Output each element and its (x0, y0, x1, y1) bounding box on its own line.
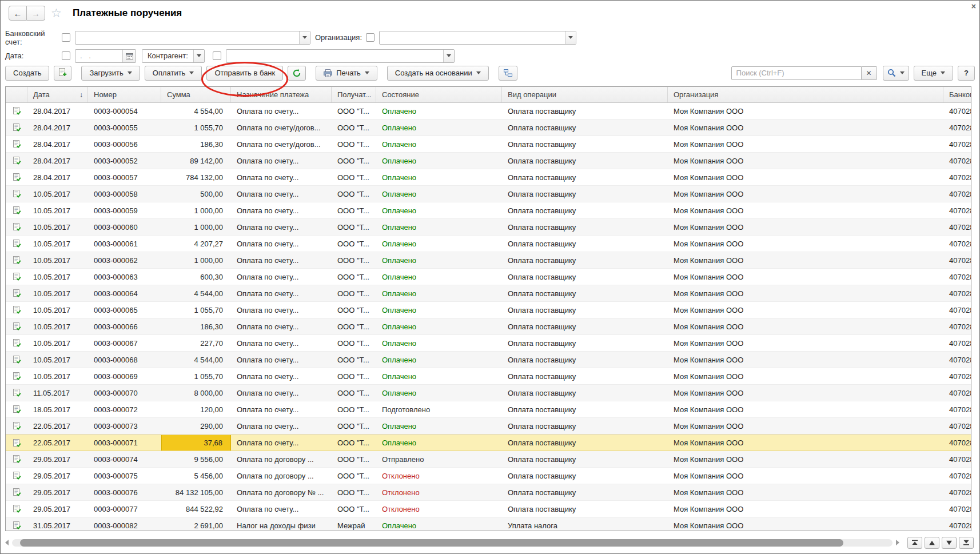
send-to-bank-button[interactable]: Отправить в банк (206, 66, 283, 81)
favorite-star-icon[interactable]: ☆ (51, 6, 62, 20)
cell-status: Оплачено (376, 136, 502, 152)
table-row[interactable]: 31.05.2017 0003-000082 2 691,00 Налог на… (6, 517, 971, 531)
table-row[interactable]: 29.05.2017 0003-000076 84 132 105,00 Опл… (6, 484, 971, 501)
cell-purpose: Оплата по договору ... (231, 468, 332, 484)
table-row[interactable]: 28.04.2017 0003-000056 186,30 Оплата по … (6, 136, 971, 153)
search-input[interactable] (731, 66, 862, 80)
bank-account-dropdown-icon[interactable] (299, 31, 310, 44)
organization-checkbox[interactable] (366, 33, 375, 42)
cell-purpose: Оплата по счету... (231, 285, 332, 301)
bank-account-input[interactable] (75, 31, 310, 45)
table-row[interactable]: 10.05.2017 0003-000066 186,30 Оплата по … (6, 318, 971, 335)
create-based-on-button[interactable]: Создать на основании (387, 66, 489, 81)
table-row[interactable]: 10.05.2017 0003-000059 1 000,00 Оплата п… (6, 202, 971, 219)
table-body: 28.04.2017 0003-000054 4 554,00 Оплата п… (6, 103, 971, 531)
pay-button[interactable]: Оплатить (145, 66, 202, 81)
cell-status: Оплачено (376, 335, 502, 351)
counterparty-dropdown-icon[interactable] (443, 50, 454, 62)
scroll-right-icon[interactable] (896, 540, 899, 545)
print-button[interactable]: Печать (316, 66, 377, 81)
table-row[interactable]: 29.05.2017 0003-000074 9 556,00 Оплата п… (6, 451, 971, 468)
cell-purpose: Оплата по договору № ... (231, 484, 332, 500)
date-input[interactable]: . . (75, 49, 136, 63)
table-row[interactable]: 10.05.2017 0003-000060 1 000,00 Оплата п… (6, 219, 971, 236)
sort-descending-icon: ↓ (79, 91, 83, 99)
row-up-button[interactable] (925, 537, 939, 549)
bank-account-checkbox[interactable] (62, 33, 70, 42)
table-row[interactable]: 10.05.2017 0003-000067 227,70 Оплата по … (6, 335, 971, 352)
back-button[interactable]: ← (9, 6, 27, 21)
table-row[interactable]: 29.05.2017 0003-000075 5 456,00 Оплата п… (6, 468, 971, 484)
cell-operation: Оплата поставщику (502, 186, 668, 202)
organization-input[interactable] (379, 31, 576, 45)
forward-button[interactable]: → (27, 6, 45, 21)
go-to-bottom-button[interactable] (959, 537, 974, 549)
related-documents-button[interactable] (499, 66, 517, 81)
column-header-date[interactable]: Дата↓ (27, 87, 88, 102)
table-row[interactable]: 18.05.2017 0003-000072 120,00 Оплата по … (6, 401, 971, 418)
column-header-sum[interactable]: Сумма (161, 87, 231, 102)
column-header-status[interactable]: Состояние (376, 87, 502, 102)
table-row[interactable]: 10.05.2017 0003-000064 4 544,00 Оплата п… (6, 285, 971, 302)
table-row[interactable]: 28.04.2017 0003-000054 4 554,00 Оплата п… (6, 103, 971, 119)
column-header-number[interactable]: Номер (88, 87, 161, 102)
go-to-top-button[interactable] (907, 537, 922, 549)
table-row[interactable]: 10.05.2017 0003-000068 4 544,00 Оплата п… (6, 352, 971, 368)
organization-dropdown-icon[interactable] (565, 31, 576, 44)
counterparty-field-selector[interactable]: Контрагент: (142, 49, 205, 63)
table-row[interactable]: 10.05.2017 0003-000061 4 207,27 Оплата п… (6, 236, 971, 252)
table-row[interactable]: 22.05.2017 0003-000073 290,00 Оплата по … (6, 418, 971, 435)
column-header-operation[interactable]: Вид операции (502, 87, 668, 102)
cell-status: Оплачено (376, 418, 502, 434)
column-header-organization[interactable]: Организация (668, 87, 943, 102)
clear-search-button[interactable]: ✕ (862, 66, 877, 80)
create-button[interactable]: Создать (5, 66, 49, 81)
cell-organization: Моя Компания ООО (668, 501, 943, 517)
cell-date: 29.05.2017 (27, 451, 88, 467)
row-down-button[interactable] (942, 537, 957, 549)
table-row[interactable]: 10.05.2017 0003-000062 1 000,00 Оплата п… (6, 252, 971, 269)
table-row[interactable]: 28.04.2017 0003-000055 1 055,70 Оплата п… (6, 119, 971, 136)
cell-organization: Моя Компания ООО (668, 517, 943, 531)
date-placeholder: . . (75, 51, 122, 60)
load-button[interactable]: Загрузить (81, 66, 140, 81)
scroll-left-icon[interactable] (5, 540, 9, 545)
close-icon[interactable]: × (971, 2, 976, 10)
table-row[interactable]: 10.05.2017 0003-000065 1 055,70 Оплата п… (6, 302, 971, 318)
refresh-icon (292, 69, 301, 78)
counterparty-input[interactable] (226, 49, 455, 63)
cell-payee: ООО "Т... (332, 368, 376, 384)
table-row[interactable]: 22.05.2017 0003-000071 37,68 Оплата по с… (6, 435, 971, 451)
cell-status: Отклонено (376, 484, 502, 500)
counterparty-checkbox[interactable] (213, 51, 221, 60)
help-button[interactable]: ? (958, 66, 975, 81)
cell-sum: 186,30 (161, 136, 231, 152)
refresh-button[interactable] (288, 66, 306, 81)
table-row[interactable]: 10.05.2017 0003-000063 600,30 Оплата по … (6, 269, 971, 285)
column-header-icon[interactable] (6, 87, 27, 102)
table-row[interactable]: 29.05.2017 0003-000077 844 522,92 Оплата… (6, 501, 971, 517)
column-header-purpose[interactable]: Назначение платежа (231, 87, 332, 102)
cell-date: 28.04.2017 (27, 136, 88, 152)
cell-purpose: Оплата по договору ... (231, 451, 332, 467)
date-checkbox[interactable] (62, 51, 70, 60)
calendar-icon[interactable] (122, 50, 136, 62)
column-header-payee[interactable]: Получат... (332, 87, 376, 102)
scrollbar-track[interactable] (12, 539, 893, 547)
table-row[interactable]: 10.05.2017 0003-000069 1 055,70 Оплата п… (6, 368, 971, 385)
cell-organization: Моя Компания ООО (668, 202, 943, 218)
create-by-copy-button[interactable] (54, 66, 71, 81)
more-button[interactable]: Еще (914, 66, 953, 81)
table-row[interactable]: 11.05.2017 0003-000070 8 000,00 Оплата п… (6, 385, 971, 401)
cell-payee: ООО "Т... (332, 451, 376, 467)
organization-label: Организация: (315, 33, 362, 42)
column-header-bank-account[interactable]: Банков (943, 87, 971, 102)
table-row[interactable]: 28.04.2017 0003-000057 784 132,00 Оплата… (6, 169, 971, 186)
table-row[interactable]: 10.05.2017 0003-000058 500,00 Оплата по … (6, 186, 971, 202)
cell-purpose: Оплата по счету... (231, 501, 332, 517)
table-row[interactable]: 28.04.2017 0003-000052 89 142,00 Оплата … (6, 153, 971, 169)
cell-purpose: Оплата по счету... (231, 418, 332, 434)
scrollbar-thumb[interactable] (20, 539, 843, 547)
cell-organization: Моя Компания ООО (668, 103, 943, 119)
search-button[interactable] (883, 66, 909, 81)
